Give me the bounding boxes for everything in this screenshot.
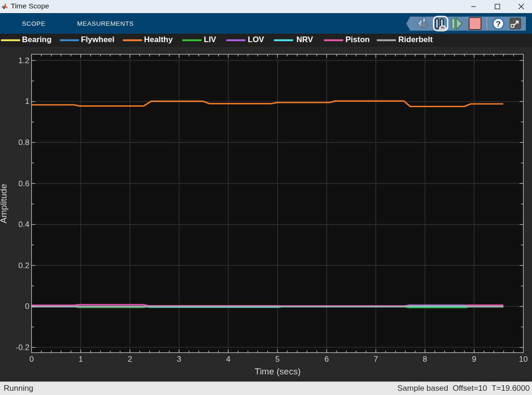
svg-text:2: 2 [128, 355, 132, 364]
svg-text:6: 6 [324, 355, 329, 364]
svg-text:0.4: 0.4 [18, 220, 29, 229]
svg-text:1.2: 1.2 [18, 56, 29, 65]
svg-text:9: 9 [472, 355, 476, 364]
svg-text:4: 4 [226, 355, 230, 364]
svg-text:7: 7 [374, 355, 378, 364]
svg-text:10: 10 [519, 355, 528, 364]
svg-text:5: 5 [275, 355, 280, 364]
svg-text:0: 0 [29, 355, 34, 364]
svg-text:-0.2: -0.2 [16, 343, 29, 352]
svg-text:Amplitude: Amplitude [0, 184, 8, 224]
svg-text:0.6: 0.6 [18, 179, 29, 188]
svg-text:3: 3 [177, 355, 181, 364]
svg-text:?: ? [496, 20, 501, 29]
svg-text:8: 8 [423, 355, 427, 364]
svg-text:0.2: 0.2 [18, 261, 29, 270]
svg-text:0.8: 0.8 [18, 138, 29, 147]
svg-text:0: 0 [25, 302, 29, 311]
svg-text:1: 1 [25, 97, 29, 106]
svg-text:Time (secs): Time (secs) [255, 366, 301, 376]
svg-text:1: 1 [79, 355, 83, 364]
